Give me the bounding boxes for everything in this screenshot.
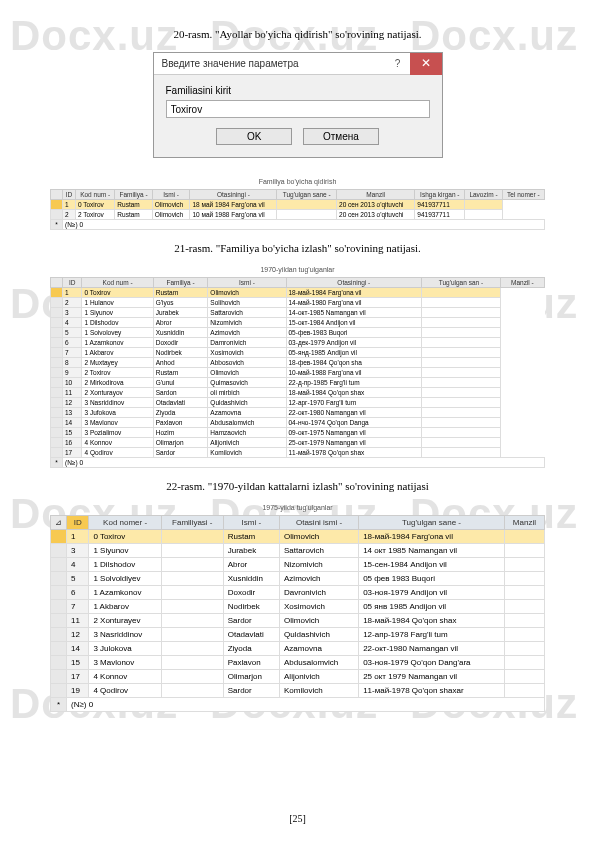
column-header[interactable]: Tug'ulgan sane - [359,516,505,530]
row-selector[interactable] [51,358,63,368]
table-row[interactable]: 41 DilshodovAbrorNizomivich15-сен-1984 A… [51,558,545,572]
column-header[interactable]: Otasiningi - [286,278,422,288]
row-selector[interactable] [51,288,63,298]
row-selector[interactable] [51,378,63,388]
row-selector[interactable] [51,438,63,448]
column-header[interactable]: Manzil - [500,278,544,288]
row-selector[interactable] [51,572,67,586]
row-selector[interactable] [51,398,63,408]
row-selector[interactable] [51,642,67,656]
row-selector[interactable] [51,298,63,308]
column-header[interactable]: Familiyasi - [161,516,223,530]
column-header[interactable]: Ismi - [223,516,279,530]
table-row[interactable]: 61 AzamkonovDoxodirDavronivich03-ноя-197… [51,586,545,600]
table-row[interactable]: 123 NasriddinovOtadavlatiQuldashivich12-… [51,398,545,408]
row-selector[interactable] [51,448,63,458]
row-selector[interactable] [51,368,63,378]
table-row[interactable]: 143 MavlonovPaxlavonAbdusalomvich04-нчо-… [51,418,545,428]
table1-title: Familiya bo'yicha qidirish [50,178,545,185]
table-row[interactable]: 92 ToxirovRustamOlimovich10-май-1988 Far… [51,368,545,378]
column-header[interactable]: Familiya - [153,278,208,288]
row-selector[interactable] [51,338,63,348]
column-header[interactable]: Manzil [337,190,415,200]
table-row[interactable]: 123 NasriddinovOtadavlatiQuldashivich12-… [51,628,545,642]
table-row[interactable]: 10 ToxirovRustamOlimovich18-май-1984 Far… [51,530,545,544]
table-row[interactable]: 112 XonturayovSardonoli mirbich18-май-19… [51,388,545,398]
row-selector[interactable] [51,530,67,544]
row-selector[interactable] [51,210,63,220]
row-selector[interactable] [51,318,63,328]
table-row[interactable]: 41 DilshodovAbrorNizomivich15-окт-1984 A… [51,318,545,328]
cell: 941937711 [415,210,465,220]
row-selector[interactable] [51,628,67,642]
cell: 18-фев-1984 Qo'qon sha [286,358,422,368]
table-row[interactable]: 51 SolvoldiyevXusniddinAzimovich05 фев 1… [51,572,545,586]
column-header[interactable]: Manzil [504,516,544,530]
row-selector[interactable] [51,544,67,558]
row-selector[interactable] [51,308,63,318]
column-header[interactable]: Otasiningi - [190,190,277,200]
row-selector[interactable] [51,418,63,428]
cell [161,614,223,628]
cell: 1 Solvoldiyev [89,572,161,586]
column-header[interactable]: Kod nomer - [89,516,161,530]
column-header[interactable]: Kod num - [75,190,114,200]
column-header[interactable]: Kod num - [82,278,153,288]
parameter-input[interactable] [166,100,430,118]
table-row[interactable]: 194 QodirovSardorKomilovich11-май-1978 Q… [51,684,545,698]
row-selector[interactable] [51,670,67,684]
column-header[interactable]: Otasini ismi - [280,516,359,530]
row-selector[interactable] [51,348,63,358]
column-header[interactable]: ID [63,278,82,288]
column-header[interactable]: Ismi - [208,278,286,288]
column-header[interactable]: Lavozim - [465,190,502,200]
table-row[interactable]: 61 AzamkonovDoxodirDamronivich03-дек-197… [51,338,545,348]
table-row[interactable]: 164 KonnovOlimarjonAlijonivich25-окт-197… [51,438,545,448]
table-row[interactable]: 22 ToxirovRustamOlimovich10 май 1988 Far… [51,210,545,220]
row-selector[interactable] [51,586,67,600]
table-row[interactable]: 112 XonturayevSardorOlimovich18-май-1984… [51,614,545,628]
table-row[interactable]: 174 KonnovOlimarjonAlijonivich25 окт 197… [51,670,545,684]
table-row[interactable]: 102 MirkodirovaG'unulQulmasovich22-д-пр-… [51,378,545,388]
column-header[interactable]: Ismi - [152,190,190,200]
table-row[interactable]: 71 AkbarovNodirbekXosimovich05 янв 1985 … [51,600,545,614]
row-selector[interactable] [51,200,63,210]
column-header[interactable]: ID [63,190,76,200]
row-selector[interactable] [51,388,63,398]
cell: Olimovich [280,530,359,544]
close-icon[interactable]: ✕ [410,53,442,75]
table-row[interactable]: 21 HulanovG'iyosSolihovich14-май-1980 Fa… [51,298,545,308]
row-selector[interactable] [51,328,63,338]
table-row[interactable]: 51 SoivoloveyXusniddinAzimovich05-фев-19… [51,328,545,338]
table-row[interactable]: 153 MavlonovPaxlavonAbdusalomvich03-ноя-… [51,656,545,670]
column-header[interactable]: Tug'ulgan san - [422,278,501,288]
column-header[interactable]: ID [67,516,89,530]
table-row[interactable]: 82 MuxtayeyAnhodAbbosovich18-фев-1984 Qo… [51,358,545,368]
row-selector[interactable] [51,684,67,698]
row-selector[interactable] [51,600,67,614]
row-selector[interactable] [51,656,67,670]
table-row[interactable]: 71 AkbarovNodirbekXosimovich05-янд-1985 … [51,348,545,358]
row-selector[interactable] [51,614,67,628]
row-selector[interactable] [51,408,63,418]
table-row[interactable]: 31 SiyunovJurabekSattarovich14-окт-1985 … [51,308,545,318]
ok-button[interactable]: OK [216,128,292,145]
cancel-button[interactable]: Отмена [303,128,379,145]
column-header[interactable]: Familiya - [115,190,152,200]
table-row[interactable]: 153 PozialimovHozimHamzaovich09-окт-1975… [51,428,545,438]
row-selector[interactable] [51,558,67,572]
help-icon[interactable]: ? [386,58,410,69]
table-row[interactable]: 174 QodirovSardorKomilovich11-май-1978 Q… [51,448,545,458]
cell: Olimovich [152,200,190,210]
cell: 0 Toxirov [89,530,161,544]
table-row[interactable]: 31 SiyunovJurabekSattarovich14 окт 1985 … [51,544,545,558]
column-header[interactable]: Tug'ulgan sane - [277,190,337,200]
table-row[interactable]: 10 ToxirovRustamOlimovich18-май-1984 Far… [51,288,545,298]
column-header[interactable]: Tel nomer - [502,190,544,200]
table-row[interactable]: 10 ToxirovRustamOlimovich18 май 1984 Far… [51,200,545,210]
table-row[interactable]: 133 JufokovaZiyodaAzamovna22-окт-1980 Na… [51,408,545,418]
table-row[interactable]: 143 JulokovaZiyodaAzamovna22-окт-1980 Na… [51,642,545,656]
row-selector[interactable] [51,428,63,438]
column-header[interactable]: Ishga kirgan - [415,190,465,200]
cell: Paxlavon [223,656,279,670]
